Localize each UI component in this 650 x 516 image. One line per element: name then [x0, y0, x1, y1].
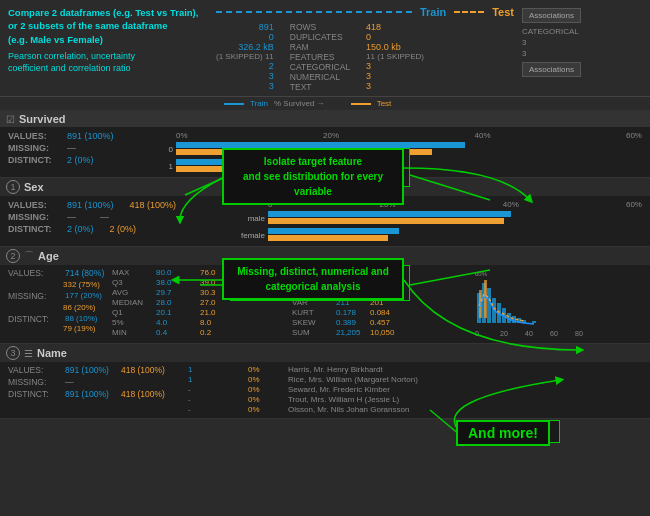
compare-text: Compare 2 dataframes (e.g. Test vs Train… [8, 6, 208, 46]
train-legend-line [224, 103, 244, 105]
age-q1-test: 21.0 [200, 308, 240, 317]
survived-bar-0-container [176, 142, 642, 156]
age-values-row: VALUES: 714 (80%) [8, 268, 108, 278]
name-pct-3: 0% [248, 395, 288, 404]
test-stats-col: 418 0 150.0 kb 11 (1 SKIPPED) 3 3 3 [366, 22, 424, 92]
main-container: Compare 2 dataframes (e.g. Test vs Train… [0, 0, 650, 516]
name-top-values: Harris, Mr. Henry Birkhardt Rice, Mrs. W… [288, 365, 642, 415]
age-distinct-test-row: 79 (19%) [63, 324, 108, 333]
survived-missing-row: MISSING: — [8, 143, 158, 153]
sex-female-train-bar [268, 228, 399, 234]
name-pct-4: 0% [248, 405, 288, 414]
name-missing-train: — [65, 377, 74, 387]
age-min-train: 0.4 [156, 328, 196, 337]
top-left-description: Compare 2 dataframes (e.g. Test vs Train… [8, 6, 208, 92]
survived-bar-0-train [176, 142, 465, 148]
age-right-grid: RANGE 79.6 75.8 IQR 17.9 17.9 STD 14.5 1… [292, 268, 428, 337]
name-title: Name [37, 347, 67, 359]
stat-labels-col: ROWS DUPLICATES RAM FEATURES CATEGORICAL… [290, 22, 350, 92]
survived-bar-1-test [176, 166, 344, 172]
name-body: VALUES: 891 (100%) 418 (100%) MISSING: —… [0, 362, 650, 418]
doc-icon: ☰ [24, 348, 33, 359]
survived-chart-area: 0% 20% 40% 60% 0 1 [158, 131, 642, 173]
name-values-train: 891 (100%) [65, 365, 109, 375]
age-section-num: 2 [6, 249, 20, 263]
name-values-test: 418 (100%) [121, 365, 165, 375]
svg-rect-8 [487, 288, 491, 323]
name-distinct-train: 891 (100%) [65, 389, 109, 399]
name-top-4: Olsson, Mr. Nils Johan Goransson [288, 405, 642, 414]
name-pct-0: 0% [248, 365, 288, 374]
survived-x-axis: 0% 20% 40% 60% [158, 131, 642, 140]
age-avg-train: 29.7 [156, 288, 196, 297]
age-section: 2 ⌒ Age VALUES: 714 (80%) 332 (75%) MISS… [0, 247, 650, 344]
name-header: 3 ☰ Name [0, 344, 650, 362]
age-kurt-test: 0.084 [370, 308, 400, 317]
age-missing-test: 86 (20%) [63, 303, 95, 312]
age-max-test: 76.0 [200, 268, 240, 277]
name-pct-2: 0% [248, 385, 288, 394]
age-q1-train: 20.1 [156, 308, 196, 317]
and-more-box: And more! [456, 420, 550, 446]
sex-chart-area: 0 20% 40% 60% male female [228, 200, 642, 242]
age-iqr-train: 17.9 [336, 278, 366, 287]
name-distinct-row: DISTINCT: 891 (100%) 418 (100%) [8, 389, 188, 399]
svg-text:0: 0 [475, 330, 479, 337]
age-q3-train: 38.0 [156, 278, 196, 287]
survived-stats: VALUES: 891 (100%) MISSING: — DISTINCT: … [8, 131, 158, 173]
associations-button-2[interactable]: Associations [522, 62, 581, 77]
age-left-stats: VALUES: 714 (80%) 332 (75%) MISSING: 177… [8, 268, 108, 340]
name-top-1: Rice, Mrs. William (Margaret Norton) [288, 375, 642, 384]
survived-section: ☑ Survived VALUES: 891 (100%) MISSING: —… [0, 111, 650, 178]
name-freq-1-0: 1 [188, 365, 248, 374]
train-label: Train [420, 6, 446, 18]
age-header: 2 ⌒ Age [0, 247, 650, 265]
name-values-row: VALUES: 891 (100%) 418 (100%) [8, 365, 188, 375]
age-missing-test-row: 86 (20%) [63, 303, 108, 312]
age-kurt-train: 0.178 [336, 308, 366, 317]
name-section-num: 3 [6, 346, 20, 360]
sex-female-row: female [228, 228, 642, 242]
name-distinct-test: 418 (100%) [121, 389, 165, 399]
top-right-assoc: Associations CATEGORICAL 3 3 Association… [522, 6, 642, 92]
sex-missing-row: MISSING: — — [8, 212, 228, 222]
age-median-train: 28.0 [156, 298, 196, 307]
age-distinct-row: DISTINCT: 88 (10%) [8, 314, 108, 324]
age-range-test: 75.8 [370, 268, 400, 277]
sex-stats: VALUES: 891 (100%) 418 (100%) MISSING: —… [8, 200, 228, 242]
top-section: Compare 2 dataframes (e.g. Test vs Train… [0, 0, 650, 97]
age-skew-test: 0.457 [370, 318, 400, 327]
associations-button[interactable]: Associations [522, 8, 581, 23]
sex-female-bar-container [268, 228, 642, 242]
svg-text:40: 40 [525, 330, 533, 337]
sex-header: 1 Sex [0, 178, 650, 196]
age-sum-test: 10,050 [370, 328, 400, 337]
survived-bar-1-train [176, 159, 353, 165]
test-legend-line [351, 103, 371, 105]
train-legend-label: Train [250, 99, 268, 108]
age-p5-train: 4.0 [156, 318, 196, 327]
survived-bar-0: 0 [158, 142, 642, 156]
age-var-test: 201 [370, 298, 400, 307]
name-section: 3 ☰ Name VALUES: 891 (100%) 418 (100%) M… [0, 344, 650, 419]
pearson-text: Pearson correlation, uncertainty coeffic… [8, 50, 208, 75]
sex-male-train-bar [268, 211, 511, 217]
sex-x-axis: 0 20% 40% 60% [228, 200, 642, 209]
age-missing-train: 177 (20%) [65, 291, 102, 301]
age-std-train: 14.5 [336, 288, 366, 297]
sex-male-test-bar [268, 218, 504, 224]
name-pct-1: 0% [248, 375, 288, 384]
survived-distinct-train: 2 (0%) [67, 155, 94, 165]
survived-values-train: 891 (100%) [67, 131, 114, 141]
sex-male-label: male [228, 214, 265, 223]
age-range-train: 79.6 [336, 268, 366, 277]
age-middle-stats: MAX 80.0 76.0 Q3 38.0 39.0 AVG 29.7 30.3… [108, 268, 288, 340]
sex-section: 1 Sex VALUES: 891 (100%) 418 (100%) MISS… [0, 178, 650, 247]
age-var-train: 211 [336, 298, 366, 307]
age-histogram-svg: 0 20 40 60 80 60% [428, 268, 642, 338]
survived-bar-0-test [176, 149, 432, 155]
svg-rect-16 [532, 321, 536, 323]
name-missing-row: MISSING: — [8, 377, 188, 387]
age-min-test: 0.2 [200, 328, 240, 337]
sex-values-test: 418 (100%) [130, 200, 177, 210]
